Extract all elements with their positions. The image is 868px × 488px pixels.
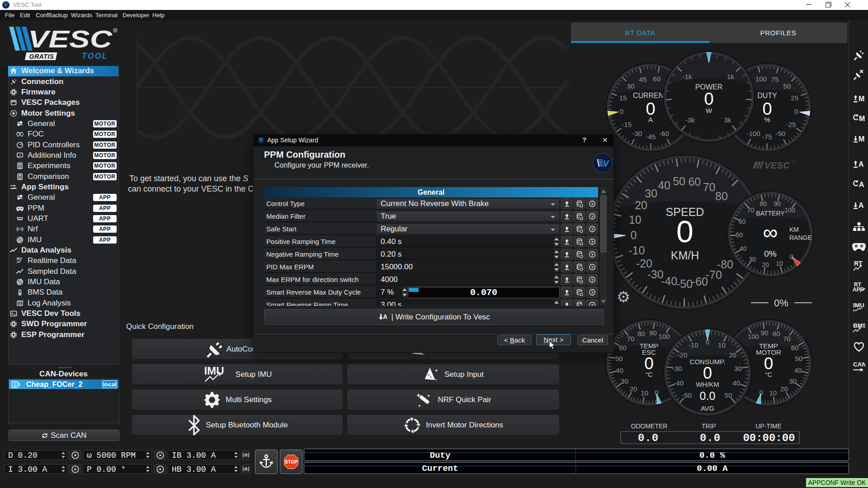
svg-text:A: A <box>383 313 387 320</box>
svg-text:?: ? <box>591 278 594 282</box>
svg-text:0: 0 <box>630 229 637 241</box>
svg-text:60: 60 <box>739 218 746 225</box>
svg-text:40: 40 <box>740 245 747 252</box>
svg-text:50: 50 <box>725 391 732 399</box>
svg-text:W: W <box>706 107 712 114</box>
svg-text:90: 90 <box>761 329 769 337</box>
svg-text:-45: -45 <box>646 133 656 141</box>
svg-text:10: 10 <box>629 213 642 226</box>
svg-text:™: ™ <box>791 160 795 164</box>
svg-text:KM: KM <box>789 226 799 233</box>
svg-text:?: ? <box>591 303 594 306</box>
svg-text:90: 90 <box>774 200 781 207</box>
svg-text:M: M <box>859 135 864 143</box>
svg-text:⚙: ⚙ <box>617 288 630 305</box>
svg-text:0: 0 <box>764 354 774 373</box>
svg-text:80: 80 <box>760 200 767 207</box>
svg-text:A: A <box>859 202 864 209</box>
svg-text:70: 70 <box>783 335 791 343</box>
svg-text:0.0: 0.0 <box>700 389 716 402</box>
svg-text:0: 0 <box>676 214 693 249</box>
svg-text:0: 0 <box>794 108 798 115</box>
svg-text:70: 70 <box>627 335 635 343</box>
svg-text:-60: -60 <box>692 275 708 288</box>
svg-text:∞: ∞ <box>763 221 778 244</box>
svg-text:AVG: AVG <box>701 404 715 412</box>
svg-text:60: 60 <box>653 75 660 83</box>
svg-text:0: 0 <box>704 89 713 108</box>
svg-text:-50: -50 <box>682 391 692 399</box>
svg-text:®: ® <box>113 27 118 34</box>
svg-text:00:00:00: 00:00:00 <box>743 432 795 444</box>
svg-text:10: 10 <box>776 260 783 267</box>
svg-text:10: 10 <box>641 389 648 397</box>
svg-text:0: 0 <box>644 354 654 373</box>
svg-text:45: 45 <box>639 75 647 83</box>
svg-text:0%: 0% <box>764 249 777 258</box>
svg-text:80: 80 <box>637 330 645 338</box>
svg-text:°C: °C <box>646 371 653 378</box>
svg-text:GRATIS: GRATIS <box>29 53 54 60</box>
svg-text:STOP: STOP <box>285 459 298 465</box>
svg-text:?: ? <box>591 240 594 244</box>
svg-text:100: 100 <box>755 75 767 83</box>
svg-text:BATTERY: BATTERY <box>756 210 785 217</box>
svg-text:VESC: VESC <box>28 26 113 52</box>
svg-text:-30: -30 <box>672 365 682 372</box>
svg-text:-40: -40 <box>674 379 684 387</box>
svg-text:90: 90 <box>649 329 657 337</box>
svg-text:30: 30 <box>627 82 635 90</box>
svg-text:40: 40 <box>794 366 802 374</box>
svg-text:-60: -60 <box>659 130 669 137</box>
svg-text:-70: -70 <box>706 268 722 281</box>
svg-text:i: i <box>19 154 20 157</box>
svg-text:?: ? <box>591 253 594 257</box>
svg-text:M: M <box>859 115 865 122</box>
svg-text:0: 0 <box>790 253 793 260</box>
svg-text:ODOMETER: ODOMETER <box>631 422 668 430</box>
svg-text:RANGE: RANGE <box>789 234 812 241</box>
svg-text:10: 10 <box>769 389 777 397</box>
svg-text:3k: 3k <box>724 116 731 124</box>
svg-text:-1k: -1k <box>683 73 692 80</box>
svg-text:50: 50 <box>783 82 791 90</box>
svg-text:0: 0 <box>620 108 623 115</box>
svg-text:20: 20 <box>780 385 788 393</box>
svg-text:DUTY: DUTY <box>757 92 777 99</box>
svg-text:?: ? <box>591 227 594 232</box>
svg-text:TOOL: TOOL <box>82 52 108 61</box>
svg-text:0.0: 0.0 <box>700 432 721 444</box>
svg-text:80: 80 <box>773 330 780 338</box>
svg-text:25: 25 <box>791 94 799 102</box>
svg-text:-20: -20 <box>678 351 688 359</box>
svg-text:10: 10 <box>718 341 726 349</box>
svg-text:-10: -10 <box>628 244 645 257</box>
svg-text:-20: -20 <box>636 257 652 270</box>
svg-text:?: ? <box>591 202 594 206</box>
svg-text:0: 0 <box>760 389 763 396</box>
svg-text:40: 40 <box>658 179 670 192</box>
svg-text:70: 70 <box>703 181 716 193</box>
svg-text:A: A <box>648 116 653 123</box>
svg-text:CAN: CAN <box>853 361 865 368</box>
svg-text:M: M <box>859 95 864 103</box>
svg-text:-50: -50 <box>676 277 693 290</box>
svg-text:60: 60 <box>688 175 701 188</box>
svg-text:°C: °C <box>765 371 772 378</box>
svg-text:20: 20 <box>635 199 647 211</box>
svg-text:30: 30 <box>789 377 797 385</box>
svg-text:V: V <box>603 159 609 168</box>
svg-text:70: 70 <box>747 206 755 214</box>
svg-text:20: 20 <box>729 351 736 359</box>
svg-text:UP-TIME: UP-TIME <box>755 422 782 430</box>
svg-text:100: 100 <box>659 333 670 340</box>
svg-text:0: 0 <box>655 389 658 396</box>
svg-text:75: 75 <box>771 75 779 83</box>
svg-text:-50: -50 <box>776 130 786 137</box>
svg-text:VESC: VESC <box>764 160 790 170</box>
svg-text:80: 80 <box>715 190 728 202</box>
svg-text:WH/KM: WH/KM <box>696 380 719 388</box>
svg-text:-75: -75 <box>762 133 772 141</box>
svg-text:0.0: 0.0 <box>638 432 659 444</box>
svg-text:-25: -25 <box>786 121 796 128</box>
